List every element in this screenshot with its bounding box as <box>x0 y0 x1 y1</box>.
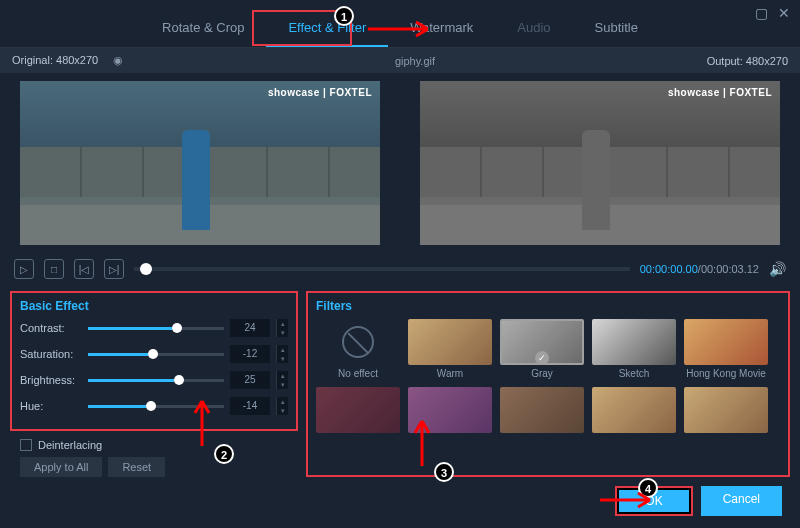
output-preview: showcase | FOXTEL <box>400 73 800 253</box>
progress-thumb[interactable] <box>140 263 152 275</box>
filters-panel: Filters No effect Warm ✓ Gray Sketch Hon… <box>306 291 790 477</box>
tab-subtitle[interactable]: Subtitle <box>573 10 660 47</box>
watermark-text: showcase | FOXTEL <box>268 87 372 98</box>
stop-button[interactable]: □ <box>44 259 64 279</box>
original-video-frame: showcase | FOXTEL <box>20 81 380 245</box>
time-total: 00:00:03.12 <box>701 263 759 275</box>
tab-audio: Audio <box>495 10 572 47</box>
deinterlacing-checkbox[interactable] <box>20 439 32 451</box>
ok-button[interactable]: OK <box>615 486 692 516</box>
reset-button[interactable]: Reset <box>108 457 165 477</box>
brightness-slider[interactable] <box>88 379 224 382</box>
volume-icon[interactable]: 🔊 <box>769 261 786 277</box>
brightness-spinner[interactable]: ▴▾ <box>276 371 288 389</box>
filter-item[interactable] <box>684 387 768 447</box>
hue-label: Hue: <box>20 400 82 412</box>
filter-item[interactable] <box>592 387 676 447</box>
filter-item[interactable] <box>500 387 584 447</box>
output-resolution-label: Output: 480x270 <box>707 55 788 67</box>
basic-effect-panel: Basic Effect Contrast: 24 ▴▾ Saturation:… <box>10 291 298 431</box>
contrast-spinner[interactable]: ▴▾ <box>276 319 288 337</box>
watermark-text: showcase | FOXTEL <box>668 87 772 98</box>
contrast-value[interactable]: 24 <box>230 319 270 337</box>
output-video-frame: showcase | FOXTEL <box>420 81 780 245</box>
basic-effect-title: Basic Effect <box>20 299 288 313</box>
cancel-button[interactable]: Cancel <box>701 486 782 516</box>
minimize-icon[interactable]: ▢ <box>755 5 768 21</box>
no-effect-icon <box>342 326 374 358</box>
saturation-label: Saturation: <box>20 348 82 360</box>
eye-icon[interactable]: ◉ <box>113 54 123 66</box>
filter-sketch[interactable]: Sketch <box>592 319 676 379</box>
filter-warm[interactable]: Warm <box>408 319 492 379</box>
filename-label: giphy.gif <box>123 55 706 67</box>
contrast-slider[interactable] <box>88 327 224 330</box>
hue-value[interactable]: -14 <box>230 397 270 415</box>
filter-item[interactable] <box>316 387 400 447</box>
filter-gray[interactable]: ✓ Gray <box>500 319 584 379</box>
tab-effect-filter[interactable]: Effect & Filter <box>266 10 388 47</box>
check-icon: ✓ <box>535 351 549 365</box>
preview-header: Original: 480x270 ◉ giphy.gif Output: 48… <box>0 48 800 73</box>
filter-no-effect[interactable]: No effect <box>316 319 400 379</box>
saturation-slider[interactable] <box>88 353 224 356</box>
hue-slider[interactable] <box>88 405 224 408</box>
hue-spinner[interactable]: ▴▾ <box>276 397 288 415</box>
window-controls: ▢ ✕ <box>755 5 790 21</box>
play-button[interactable]: ▷ <box>14 259 34 279</box>
filters-title: Filters <box>316 299 780 313</box>
contrast-label: Contrast: <box>20 322 82 334</box>
next-frame-button[interactable]: ▷| <box>104 259 124 279</box>
brightness-label: Brightness: <box>20 374 82 386</box>
tab-watermark[interactable]: Watermark <box>388 10 495 47</box>
original-resolution-label: Original: 480x270 <box>12 54 98 66</box>
time-display: 00:00:00.00/00:00:03.12 <box>640 263 759 276</box>
time-current: 00:00:00.00 <box>640 263 698 275</box>
saturation-value[interactable]: -12 <box>230 345 270 363</box>
saturation-spinner[interactable]: ▴▾ <box>276 345 288 363</box>
close-icon[interactable]: ✕ <box>778 5 790 21</box>
apply-to-all-button[interactable]: Apply to All <box>20 457 102 477</box>
tab-rotate-crop[interactable]: Rotate & Crop <box>140 10 266 47</box>
deinterlacing-label: Deinterlacing <box>38 439 102 451</box>
playback-controls: ▷ □ |◁ ▷| 00:00:00.00/00:00:03.12 🔊 <box>0 253 800 285</box>
tab-bar: Rotate & Crop Effect & Filter Watermark … <box>0 0 800 48</box>
brightness-value[interactable]: 25 <box>230 371 270 389</box>
prev-frame-button[interactable]: |◁ <box>74 259 94 279</box>
filter-hong-kong-movie[interactable]: Hong Kong Movie <box>684 319 768 379</box>
original-preview: showcase | FOXTEL <box>0 73 400 253</box>
filter-item[interactable] <box>408 387 492 447</box>
progress-slider[interactable] <box>134 267 630 271</box>
preview-area: showcase | FOXTEL showcase | FOXTEL <box>0 73 800 253</box>
